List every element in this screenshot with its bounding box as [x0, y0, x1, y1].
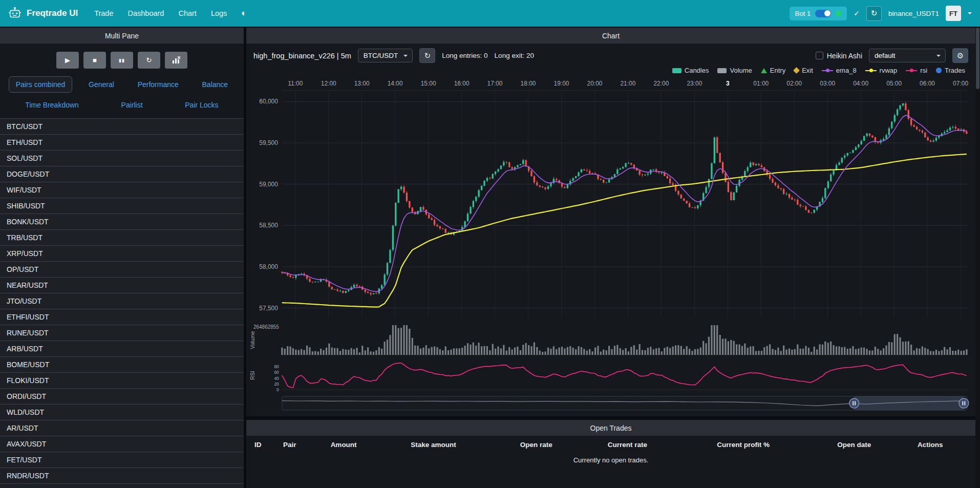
pause-button[interactable]: ▮▮: [111, 52, 133, 69]
tab-performance[interactable]: Performance: [131, 76, 186, 93]
legend-marker-triangle: [761, 68, 767, 73]
pair-row[interactable]: TRB/USDT: [0, 230, 244, 246]
pair-row[interactable]: RNDR/USDT: [0, 468, 244, 484]
candlestick-chart[interactable]: 11:0012:0013:0014:0015:0016:0017:0018:00…: [247, 76, 974, 394]
nav-link-dashboard[interactable]: Dashboard: [127, 9, 164, 17]
brand[interactable]: Freqtrade UI: [8, 7, 78, 20]
pair-row[interactable]: AVAX/USDT: [0, 436, 244, 452]
pair-row[interactable]: BOME/USDT: [0, 357, 244, 373]
pair-list: BTC/USDTETH/USDTSOL/USDTDOGE/USDTWIF/USD…: [0, 118, 244, 488]
svg-text:60,000: 60,000: [259, 98, 278, 105]
heikin-ashi-checkbox[interactable]: [816, 52, 823, 59]
chart-panel: Chart high_frog_binance_v226 | 5m BTC/US…: [246, 28, 975, 416]
svg-text:04:00: 04:00: [853, 80, 868, 87]
chart-refresh-button[interactable]: ↻: [419, 48, 435, 63]
play-button[interactable]: ▶: [56, 52, 79, 69]
nav-link-trade[interactable]: Trade: [94, 9, 113, 17]
tab-pairs-combined[interactable]: Pairs combined: [9, 76, 73, 93]
chart-navigator[interactable]: [247, 395, 974, 412]
refresh-loop-button[interactable]: ↻: [138, 52, 160, 69]
svg-text:18:00: 18:00: [521, 80, 536, 87]
tab-pair-locks[interactable]: Pair Locks: [178, 97, 225, 113]
multi-pane-header: Multi Pane: [0, 28, 244, 44]
legend-item-candles[interactable]: Candles: [672, 67, 709, 74]
legend-label: Candles: [685, 67, 709, 74]
svg-text:20: 20: [274, 381, 279, 387]
legend-item-rvwap[interactable]: rvwap: [865, 67, 898, 74]
legend-label: Exit: [802, 67, 813, 74]
plot-config-select[interactable]: default: [869, 49, 946, 62]
pair-row[interactable]: OP/USDT: [0, 262, 244, 278]
svg-text:15:00: 15:00: [421, 80, 436, 87]
svg-text:06:00: 06:00: [920, 80, 935, 87]
chart-legend: CandlesVolumeEntryExitema_8rvwaprsiTrade…: [246, 66, 975, 76]
column-header-amount: Amount: [327, 436, 407, 453]
tab-pairlist[interactable]: Pairlist: [114, 97, 150, 113]
svg-text:05:00: 05:00: [886, 80, 902, 87]
chart-panel-header: Chart: [246, 28, 975, 44]
pair-row[interactable]: SHIB/USDT: [0, 198, 244, 214]
svg-text:11:00: 11:00: [288, 80, 303, 87]
legend-item-entry[interactable]: Entry: [761, 67, 785, 74]
pair-row[interactable]: AR/USDT: [0, 420, 244, 436]
bot-name-label: Bot 1: [795, 10, 811, 17]
nav-link-logs[interactable]: Logs: [211, 9, 227, 17]
navigator-left-handle[interactable]: [849, 398, 859, 408]
pair-row[interactable]: DOT/USDT: [0, 484, 244, 488]
theme-toggle-icon[interactable]: ◐: [241, 8, 246, 18]
scrollbar-thumb[interactable]: [976, 28, 979, 89]
chevron-down-icon[interactable]: [968, 12, 972, 16]
pair-row[interactable]: ETH/USDT: [0, 135, 244, 151]
long-exit-label: Long exit: 20: [495, 52, 534, 59]
legend-item-exit[interactable]: Exit: [794, 67, 813, 74]
pair-row[interactable]: DOGE/USDT: [0, 166, 244, 182]
open-trades-panel: Open Trades IDPairAmountStake amountOpen…: [246, 420, 975, 488]
pair-row[interactable]: JTO/USDT: [0, 293, 244, 309]
pair-select[interactable]: BTC/USDT: [358, 49, 413, 62]
navigator-right-handle[interactable]: [959, 398, 969, 408]
refresh-button[interactable]: ↻: [866, 6, 882, 21]
pair-row[interactable]: ETHFI/USDT: [0, 309, 244, 325]
page-scrollbar[interactable]: [975, 27, 980, 488]
pair-row[interactable]: RUNE/USDT: [0, 325, 244, 341]
pair-row[interactable]: ARB/USDT: [0, 341, 244, 357]
legend-item-ema-8[interactable]: ema_8: [822, 67, 857, 74]
svg-text:23:00: 23:00: [687, 80, 702, 87]
legend-marker-line: [865, 70, 877, 71]
stop-button[interactable]: ■: [83, 52, 106, 69]
tab-balance[interactable]: Balance: [195, 76, 236, 93]
pair-row[interactable]: FLOKI/USDT: [0, 373, 244, 389]
pair-row[interactable]: NEAR/USDT: [0, 278, 244, 293]
nav-links: TradeDashboardChartLogs: [94, 9, 227, 17]
tab-general[interactable]: General: [81, 76, 121, 93]
plot-settings-button[interactable]: ⚙: [952, 48, 968, 63]
avatar[interactable]: FT: [946, 6, 961, 21]
nav-link-chart[interactable]: Chart: [178, 9, 196, 17]
pair-row[interactable]: BONK/USDT: [0, 214, 244, 230]
open-trades-table: IDPairAmountStake amountOpen rateCurrent…: [246, 436, 975, 468]
pair-row[interactable]: XRP/USDT: [0, 246, 244, 262]
clear-chart-button[interactable]: [165, 52, 187, 69]
table-row: Currently no open trades.: [246, 453, 975, 468]
legend-item-trades[interactable]: Trades: [936, 67, 965, 74]
legend-item-volume[interactable]: Volume: [717, 67, 752, 74]
pair-row[interactable]: WIF/USDT: [0, 182, 244, 198]
legend-marker-rect: [717, 68, 727, 73]
pair-row[interactable]: WLD/USDT: [0, 405, 244, 420]
legend-item-rsi[interactable]: rsi: [906, 67, 927, 74]
bot-selector[interactable]: Bot 1: [790, 7, 847, 20]
pair-row[interactable]: BTC/USDT: [0, 119, 244, 135]
pair-row[interactable]: SOL/USDT: [0, 151, 244, 166]
svg-text:57,500: 57,500: [259, 305, 278, 312]
pair-row[interactable]: ORDI/USDT: [0, 389, 244, 405]
exchange-account-label: binance_USDT1: [888, 10, 939, 17]
bot-toggle-switch[interactable]: [815, 10, 831, 17]
pair-row[interactable]: FET/USDT: [0, 452, 244, 468]
tab-time-breakdown[interactable]: Time Breakdown: [18, 97, 86, 113]
legend-label: Trades: [945, 67, 965, 74]
page-body: Multi Pane ▶■▮▮↻ Pairs combinedGeneralPe…: [0, 27, 980, 488]
svg-text:3: 3: [726, 80, 730, 87]
check-icon: ✓: [854, 9, 860, 17]
refresh-loop-icon: ↻: [146, 56, 152, 64]
svg-text:Volume: Volume: [250, 331, 255, 349]
